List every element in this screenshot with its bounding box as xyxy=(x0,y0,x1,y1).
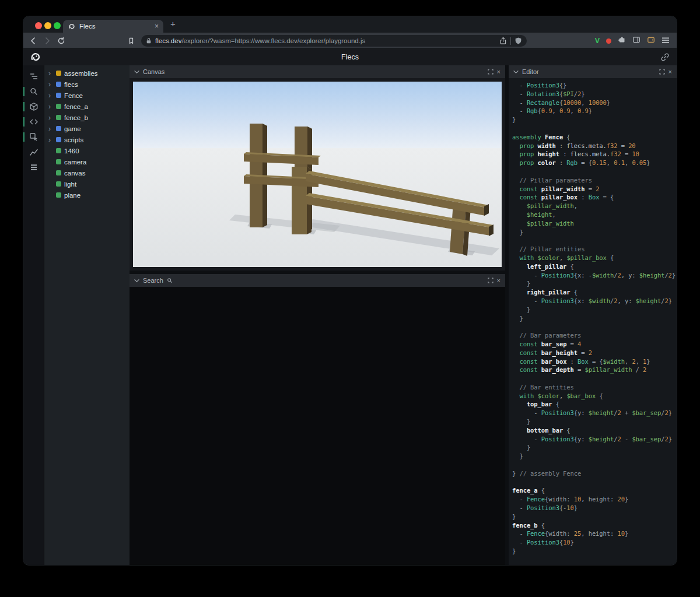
extensions-puzzle-icon[interactable] xyxy=(618,36,626,46)
entity-color-square xyxy=(56,181,61,187)
new-tab-button[interactable]: + xyxy=(170,19,176,29)
chevron-right-icon[interactable]: › xyxy=(48,70,53,77)
back-button[interactable] xyxy=(28,36,38,46)
chevron-right-icon[interactable]: › xyxy=(48,92,53,99)
tree-item-label: plane xyxy=(64,192,80,199)
code-line: - Position3{x: $width/2, y: $height/2} xyxy=(512,297,676,305)
entity-color-square xyxy=(56,93,61,98)
code-line xyxy=(512,236,676,245)
code-icon[interactable] xyxy=(23,114,44,129)
inspect-icon[interactable] xyxy=(23,129,44,145)
code-line: const bar_depth = $pillar_width / 2 xyxy=(512,366,676,374)
tree-item-fence_b[interactable]: ›fence_b xyxy=(44,112,130,123)
tree-item-label: camera xyxy=(64,159,86,166)
close-icon[interactable]: × xyxy=(497,69,501,75)
code-line: } xyxy=(512,452,676,461)
window-minimize-button[interactable] xyxy=(44,22,51,29)
cube-icon[interactable] xyxy=(23,99,44,114)
menu-icon[interactable] xyxy=(662,36,670,46)
entity-tree: ›assemblies›flecs›Fence›fence_a›fence_b›… xyxy=(44,65,130,565)
fullscreen-icon[interactable] xyxy=(659,69,665,75)
tree-item-light[interactable]: light xyxy=(44,178,130,189)
tree-item-1460[interactable]: 1460 xyxy=(44,145,130,156)
tree-item-flecs[interactable]: ›flecs xyxy=(44,79,130,90)
tree-item-camera[interactable]: camera xyxy=(44,156,130,167)
code-line: with $color, $bar_box { xyxy=(512,392,676,401)
close-icon[interactable]: × xyxy=(497,278,501,284)
address-bar[interactable]: flecs.dev/explorer/?wasm=https://www.fle… xyxy=(141,35,527,47)
share-icon[interactable] xyxy=(499,37,507,45)
window-close-button[interactable] xyxy=(35,22,42,29)
code-line: $pillar_width, xyxy=(512,202,676,210)
tree-item-label: game xyxy=(64,125,81,132)
tree-item-label: flecs xyxy=(64,81,78,88)
chevron-right-icon[interactable]: › xyxy=(48,114,53,121)
tab-title: Flecs xyxy=(79,23,155,30)
window-zoom-button[interactable] xyxy=(54,22,61,29)
code-line xyxy=(512,478,676,487)
canvas-panel-body xyxy=(130,78,505,271)
chevron-right-icon[interactable]: › xyxy=(48,81,53,88)
wallet-icon[interactable] xyxy=(647,36,655,46)
record-dot-icon[interactable] xyxy=(606,38,611,44)
code-line: top_bar { xyxy=(512,400,676,409)
code-line: - Position3{y: $height/2 - $bar_sep/2} xyxy=(512,435,676,444)
tree-item-assemblies[interactable]: ›assemblies xyxy=(44,68,130,79)
code-line: } xyxy=(512,228,676,237)
tab-close-icon[interactable]: × xyxy=(155,23,159,30)
outliner-icon[interactable] xyxy=(23,69,44,84)
code-line: fence_a { xyxy=(512,486,676,495)
sidebar-panel-icon[interactable] xyxy=(632,36,640,46)
tree-item-label: scripts xyxy=(64,136,83,143)
chevron-down-icon[interactable] xyxy=(134,70,139,74)
chevron-down-icon[interactable] xyxy=(513,70,519,74)
chevron-right-icon[interactable]: › xyxy=(48,103,53,110)
share-link-icon[interactable] xyxy=(660,52,670,64)
tree-item-game[interactable]: ›game xyxy=(44,123,130,134)
code-line: - Position3{y: $height/2 + $bar_sep/2} xyxy=(512,409,676,417)
v-extension-icon[interactable]: V xyxy=(595,37,600,45)
reload-button[interactable] xyxy=(56,36,66,46)
url-text: flecs.dev/explorer/?wasm=https://www.fle… xyxy=(155,37,496,44)
code-line xyxy=(512,374,676,383)
code-line: prop color : Rgb = {0.15, 0.1, 0.05} xyxy=(512,159,676,167)
code-line: - Fence{width: 25, height: 10} xyxy=(512,529,676,538)
close-icon[interactable]: × xyxy=(668,69,672,75)
canvas-panel-header: Canvas × xyxy=(130,65,505,78)
tree-item-fence_a[interactable]: ›fence_a xyxy=(44,101,130,112)
fullscreen-icon[interactable] xyxy=(488,69,494,75)
code-line: } xyxy=(512,115,676,124)
bookmark-icon[interactable] xyxy=(126,36,136,46)
fullscreen-icon[interactable] xyxy=(488,278,494,283)
divider xyxy=(510,37,511,45)
forward-button[interactable] xyxy=(42,36,52,46)
tree-item-label: light xyxy=(64,181,76,188)
tab-flecs[interactable]: Flecs × xyxy=(63,20,163,33)
code-line: left_pillar { xyxy=(512,262,676,271)
search-icon[interactable] xyxy=(23,84,44,99)
code-editor[interactable]: - Position3{} - Rotation3{$PI/2} - Recta… xyxy=(509,78,677,565)
tree-item-canvas[interactable]: canvas xyxy=(44,167,130,178)
chevron-right-icon[interactable]: › xyxy=(48,136,53,143)
tree-item-Fence[interactable]: ›Fence xyxy=(44,90,130,101)
code-line: - Fence{width: 10, height: 20} xyxy=(512,495,676,504)
code-line: - Rectangle{10000, 10000} xyxy=(512,99,676,107)
chevron-right-icon[interactable]: › xyxy=(48,125,53,132)
code-line xyxy=(512,167,676,176)
code-line: with $color, $pillar_box { xyxy=(512,254,676,262)
tree-item-scripts[interactable]: ›scripts xyxy=(44,134,130,145)
code-line: } // assembly Fence xyxy=(512,469,676,478)
code-line: const bar_sep = 4 xyxy=(512,340,676,349)
search-panel-body xyxy=(130,287,505,565)
chevron-down-icon[interactable] xyxy=(134,279,139,283)
code-line: assembly Fence { xyxy=(512,133,676,142)
memory-icon[interactable] xyxy=(23,160,44,175)
chart-icon[interactable] xyxy=(23,145,44,160)
entity-color-square xyxy=(56,104,61,109)
code-line: // Pillar parameters xyxy=(512,176,676,185)
tree-item-plane[interactable]: plane xyxy=(44,189,130,201)
canvas-3d-view[interactable] xyxy=(133,82,502,267)
shield-icon[interactable] xyxy=(514,37,522,45)
search-glass-icon xyxy=(167,278,173,283)
code-line: - Position3{} xyxy=(512,81,676,90)
